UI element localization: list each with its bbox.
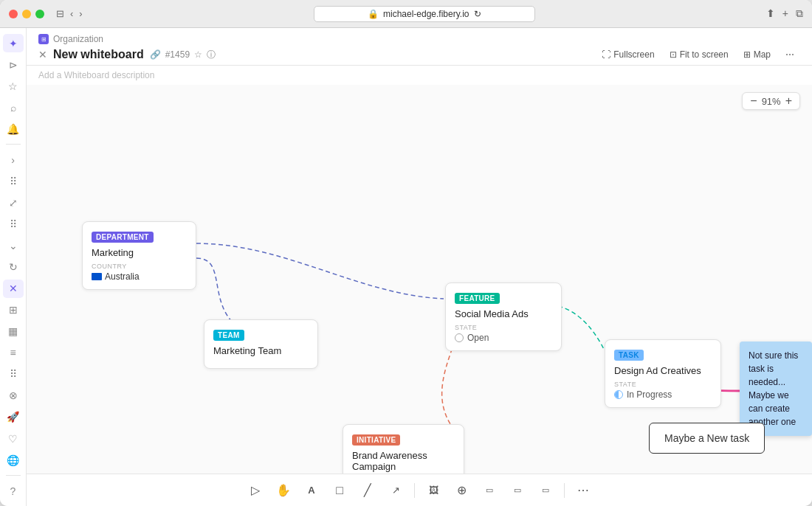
- team-card[interactable]: TEAM Marketing Team: [204, 319, 318, 369]
- page-id: #1459: [165, 49, 190, 60]
- initiative-tag: INITIATIVE: [352, 434, 400, 446]
- sidebar-icon-whiteboard[interactable]: ✕: [3, 280, 24, 298]
- sidebar-icon-list[interactable]: ≡: [3, 344, 24, 362]
- image-tool[interactable]: 🖼: [422, 479, 444, 502]
- sidebar-icon-bar-chart[interactable]: ▦: [3, 322, 24, 341]
- sidebar-icon-grid[interactable]: ⠿: [3, 215, 24, 233]
- sidebar-icon-rocket[interactable]: 🚀: [3, 408, 24, 426]
- new-task-button[interactable]: Maybe a New task: [649, 423, 765, 454]
- hand-tool[interactable]: ✋: [272, 479, 295, 502]
- more-tools-button[interactable]: ⋯: [572, 479, 594, 502]
- sidebar-icon-search[interactable]: ⌕: [3, 98, 24, 117]
- window-icons: ⊟ ‹ ›: [56, 8, 83, 19]
- description-placeholder[interactable]: Add a Whiteboard description: [27, 66, 812, 85]
- frame-tool-3[interactable]: ▭: [534, 479, 557, 502]
- sidebar-icon-heart[interactable]: ♡: [3, 429, 24, 448]
- back-icon[interactable]: ‹: [70, 8, 73, 19]
- close-whiteboard-icon[interactable]: ✕: [38, 49, 47, 60]
- fullscreen-button[interactable]: ⛶ Fullscreen: [596, 47, 660, 62]
- sidebar-icon-layers[interactable]: ⊞: [3, 301, 24, 319]
- select-tool[interactable]: ▷: [244, 479, 266, 502]
- sidebar-icon-expand[interactable]: ⤢: [3, 193, 24, 212]
- initiative-title: Brand Awareness Campaign: [352, 450, 455, 472]
- zoom-in-button[interactable]: +: [784, 94, 794, 108]
- task-state-dot: [614, 390, 623, 399]
- sidebar-icon-home[interactable]: ✦: [3, 34, 24, 52]
- feature-state: Open: [455, 333, 552, 343]
- fullscreen-label: Fullscreen: [613, 49, 654, 60]
- map-button[interactable]: ⊞ Map: [737, 47, 777, 62]
- reload-icon[interactable]: ↻: [474, 9, 481, 19]
- pen-tool[interactable]: ╱: [357, 479, 379, 502]
- sidebar-icon-star[interactable]: ☆: [3, 77, 24, 95]
- page-title: New whiteboard: [53, 48, 144, 61]
- sidebar-toggle-icon[interactable]: ⊟: [56, 8, 64, 19]
- maximize-button[interactable]: [35, 10, 44, 18]
- shape-tool[interactable]: □: [328, 479, 351, 502]
- fit-icon: ⊡: [670, 49, 677, 60]
- app-header: ⊞ Organization ✕ New whiteboard 🔗 #1459 …: [27, 28, 812, 66]
- star-icon[interactable]: ☆: [194, 49, 202, 60]
- close-button[interactable]: [9, 10, 18, 18]
- task-state-label: STATE: [614, 381, 712, 388]
- forward-icon[interactable]: ›: [79, 8, 82, 19]
- initiative-card[interactable]: INITIATIVE Brand Awareness Campaign STAT…: [343, 424, 464, 474]
- australia-flag: [92, 273, 102, 280]
- tabs-icon[interactable]: ⧉: [796, 7, 803, 20]
- sidebar-icon-alert[interactable]: ⊗: [3, 387, 24, 405]
- feature-card[interactable]: FEATURE Social Media Ads STATE Open: [445, 283, 562, 351]
- department-card[interactable]: DEPARTMENT Marketing COUNTRY Australia: [82, 221, 196, 290]
- frame-tool-2[interactable]: ▭: [506, 479, 529, 502]
- task-tag: TASK: [614, 350, 644, 361]
- map-label: Map: [754, 49, 771, 60]
- feature-state-dot: [455, 333, 464, 342]
- country-value: Australia: [92, 271, 187, 282]
- link-tool[interactable]: ⊕: [450, 479, 472, 502]
- task-card[interactable]: TASK Design Ad Creatives STATE In Progre…: [605, 339, 721, 408]
- breadcrumb: ⊞ Organization: [38, 34, 800, 44]
- fit-to-screen-button[interactable]: ⊡ Fit to screen: [664, 47, 734, 62]
- sidebar-icon-dots[interactable]: ⠿: [3, 365, 24, 384]
- text-tool[interactable]: A: [300, 479, 323, 502]
- feature-title: Social Media Ads: [455, 308, 552, 319]
- sticky-note[interactable]: Not sure this task is needed... Maybe we…: [740, 342, 812, 436]
- sidebar-icon-refresh[interactable]: ↻: [3, 258, 24, 277]
- new-tab-icon[interactable]: +: [782, 7, 788, 20]
- sidebar-icon-help[interactable]: ?: [3, 482, 24, 500]
- zoom-out-button[interactable]: −: [749, 94, 758, 108]
- minimize-button[interactable]: [22, 10, 31, 18]
- arrow-tool[interactable]: ↗: [385, 479, 407, 502]
- titlebar-right-icons: ⬆ + ⧉: [766, 7, 803, 20]
- sidebar-icon-globe[interactable]: 🌐: [3, 451, 24, 469]
- sidebar-icon-chevron-right[interactable]: ›: [3, 150, 24, 169]
- country-text: Australia: [105, 271, 140, 282]
- url-field[interactable]: 🔒 michael-edge.fibery.io ↻: [314, 6, 535, 22]
- team-title: Marketing Team: [213, 345, 309, 356]
- more-options-button[interactable]: ⋯: [780, 47, 800, 62]
- sidebar: ✦ ⊳ ☆ ⌕ 🔔 › ⠿ ⤢ ⠿ ⌄ ↻ ✕ ⊞ ▦ ≡ ⠿ ⊗ 🚀 ♡ 🌐 …: [0, 28, 27, 506]
- frame-tool-1[interactable]: ▭: [478, 479, 500, 502]
- sidebar-icon-nav[interactable]: ⊳: [3, 55, 24, 74]
- url-text: michael-edge.fibery.io: [383, 9, 469, 19]
- share-icon[interactable]: ⬆: [766, 7, 775, 20]
- traffic-lights: [9, 10, 44, 18]
- lock-icon: 🔒: [368, 9, 379, 19]
- link-icon[interactable]: 🔗: [150, 49, 161, 60]
- sidebar-icon-grid-sm[interactable]: ⠿: [3, 172, 24, 190]
- sidebar-divider-2: [6, 475, 21, 476]
- department-tag: DEPARTMENT: [92, 232, 154, 243]
- canvas[interactable]: − 91% +: [27, 85, 812, 474]
- map-icon: ⊞: [743, 49, 751, 60]
- page-meta: 🔗 #1459 ☆ ⓘ: [150, 49, 216, 61]
- task-state: In Progress: [614, 389, 712, 400]
- breadcrumb-text: Organization: [53, 34, 103, 44]
- new-task-label: Maybe a New task: [664, 432, 749, 444]
- titlebar: ⊟ ‹ › 🔒 michael-edge.fibery.io ↻ ⬆ + ⧉: [0, 0, 812, 28]
- sidebar-icon-chevron-down[interactable]: ⌄: [3, 236, 24, 254]
- info-icon[interactable]: ⓘ: [207, 49, 216, 61]
- toolbar-separator-2: [564, 483, 565, 498]
- feature-tag: FEATURE: [455, 293, 500, 304]
- department-title: Marketing: [92, 247, 187, 258]
- feature-state-label: STATE: [455, 324, 552, 331]
- sidebar-icon-bell[interactable]: 🔔: [3, 119, 24, 138]
